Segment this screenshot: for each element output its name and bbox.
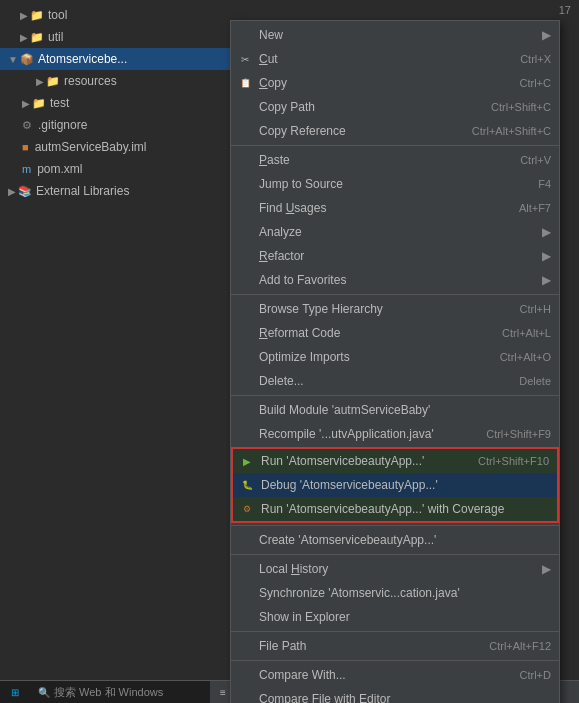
libraries-icon: 📚	[18, 185, 32, 198]
cut-shortcut: Ctrl+X	[520, 53, 551, 65]
tree-item-label: Atomservicebe...	[38, 52, 127, 66]
menu-item-coverage[interactable]: ⚙ Run 'AtomservicebeautyApp...' with Cov…	[233, 497, 557, 521]
menu-item-optimize[interactable]: Optimize Imports Ctrl+Alt+O	[231, 345, 559, 369]
tree-item-iml[interactable]: ■ autmServiceBaby.iml	[0, 136, 240, 158]
expand-arrow: ▶	[20, 32, 28, 43]
menu-item-local-history-label: Local History	[259, 562, 538, 576]
separator	[231, 631, 559, 632]
menu-item-add-favorites[interactable]: Add to Favorites ▶	[231, 268, 559, 292]
menu-item-show-explorer[interactable]: Show in Explorer	[231, 605, 559, 629]
menu-item-compare-editor[interactable]: Compare File with Editor	[231, 687, 559, 703]
menu-item-filepath-label: File Path	[259, 639, 473, 653]
tree-item-label: autmServiceBaby.iml	[35, 140, 147, 154]
menu-item-paste-label: Paste	[259, 153, 504, 167]
run-icon: ▶	[239, 453, 255, 469]
menu-item-file-path[interactable]: File Path Ctrl+Alt+F12	[231, 634, 559, 658]
menu-item-create-label: Create 'AtomservicebeautyApp...'	[259, 533, 551, 547]
menu-item-debug-label: Debug 'AtomservicebeautyApp...'	[261, 478, 549, 492]
coverage-icon: ⚙	[239, 501, 255, 517]
optimize-shortcut: Ctrl+Alt+O	[500, 351, 551, 363]
menu-item-refactor-label: Refactor	[259, 249, 538, 263]
menu-item-cut-label: Cut	[259, 52, 504, 66]
menu-item-find-usages[interactable]: Find Usages Alt+F7	[231, 196, 559, 220]
cut-icon: ✂	[237, 51, 253, 67]
copy-shortcut: Ctrl+C	[520, 77, 551, 89]
menu-item-delete-label: Delete...	[259, 374, 503, 388]
menu-item-refactor[interactable]: Refactor ▶	[231, 244, 559, 268]
separator	[231, 660, 559, 661]
menu-item-explorer-label: Show in Explorer	[259, 610, 551, 624]
menu-item-compare-with[interactable]: Compare With... Ctrl+D	[231, 663, 559, 687]
tree-item-resources[interactable]: ▶ 📁 resources	[0, 70, 240, 92]
menu-item-copy-label: Copy	[259, 76, 504, 90]
menu-item-synchronize[interactable]: Synchronize 'Atomservic...cation.java'	[231, 581, 559, 605]
separator	[231, 525, 559, 526]
menu-item-browse-type[interactable]: Browse Type Hierarchy Ctrl+H	[231, 297, 559, 321]
delete-shortcut: Delete	[519, 375, 551, 387]
menu-item-new[interactable]: New ▶	[231, 23, 559, 47]
menu-item-cut[interactable]: ✂ Cut Ctrl+X	[231, 47, 559, 71]
menu-item-run[interactable]: ▶ Run 'AtomservicebeautyApp...' Ctrl+Shi…	[233, 449, 557, 473]
menu-item-jump-label: Jump to Source	[259, 177, 522, 191]
expand-arrow: ▼	[8, 54, 18, 65]
menu-item-copy-path-label: Copy Path	[259, 100, 475, 114]
debug-icon: 🐛	[239, 477, 255, 493]
menu-item-reformat-label: Reformat Code	[259, 326, 486, 340]
menu-item-browse-label: Browse Type Hierarchy	[259, 302, 504, 316]
page-number: 17	[559, 4, 571, 16]
file-tree: ▶ 📁 tool ▶ 📁 util ▼ 📦 Atomservicebe... ▶…	[0, 0, 240, 680]
menu-item-local-history[interactable]: Local History ▶	[231, 557, 559, 581]
copy-path-shortcut: Ctrl+Shift+C	[491, 101, 551, 113]
search-bar[interactable]: 🔍 搜索 Web 和 Windows	[30, 681, 210, 703]
jump-shortcut: F4	[538, 178, 551, 190]
tree-item-atomservicebe[interactable]: ▼ 📦 Atomservicebe...	[0, 48, 240, 70]
menu-item-copy-reference-label: Copy Reference	[259, 124, 456, 138]
folder-icon: 📁	[32, 97, 46, 110]
menu-item-copy-reference[interactable]: Copy Reference Ctrl+Alt+Shift+C	[231, 119, 559, 143]
tree-item-test[interactable]: ▶ 📁 test	[0, 92, 240, 114]
menu-item-create[interactable]: Create 'AtomservicebeautyApp...'	[231, 528, 559, 552]
menu-item-build-module[interactable]: Build Module 'autmServiceBaby'	[231, 398, 559, 422]
menu-item-analyze[interactable]: Analyze ▶	[231, 220, 559, 244]
folder-icon: 📁	[46, 75, 60, 88]
menu-item-build-label: Build Module 'autmServiceBaby'	[259, 403, 551, 417]
menu-item-sync-label: Synchronize 'Atomservic...cation.java'	[259, 586, 551, 600]
windows-start[interactable]: ⊞	[0, 681, 30, 704]
submenu-arrow: ▶	[542, 562, 551, 576]
menu-item-analyze-label: Analyze	[259, 225, 538, 239]
tree-item-pom[interactable]: m pom.xml	[0, 158, 240, 180]
menu-item-copy-path[interactable]: Copy Path Ctrl+Shift+C	[231, 95, 559, 119]
menu-item-run-label: Run 'AtomservicebeautyApp...'	[261, 454, 462, 468]
tree-item-gitignore[interactable]: ⚙ .gitignore	[0, 114, 240, 136]
tree-item-external-libraries[interactable]: ▶ 📚 External Libraries	[0, 180, 240, 202]
copy-reference-shortcut: Ctrl+Alt+Shift+C	[472, 125, 551, 137]
todo-icon: ≡	[220, 687, 226, 698]
context-menu: New ▶ ✂ Cut Ctrl+X 📋 Copy Ctrl+C Copy Pa…	[230, 20, 560, 703]
tree-item-label: .gitignore	[38, 118, 87, 132]
menu-item-reformat[interactable]: Reformat Code Ctrl+Alt+L	[231, 321, 559, 345]
menu-item-find-label: Find Usages	[259, 201, 503, 215]
tree-item-tool[interactable]: ▶ 📁 tool	[0, 4, 240, 26]
compare-shortcut: Ctrl+D	[520, 669, 551, 681]
submenu-arrow: ▶	[542, 28, 551, 42]
menu-item-compare-editor-label: Compare File with Editor	[259, 692, 551, 703]
menu-item-delete[interactable]: Delete... Delete	[231, 369, 559, 393]
menu-item-recompile-label: Recompile '...utvApplication.java'	[259, 427, 470, 441]
expand-arrow: ▶	[8, 186, 16, 197]
reformat-shortcut: Ctrl+Alt+L	[502, 327, 551, 339]
submenu-arrow: ▶	[542, 249, 551, 263]
menu-item-favorites-label: Add to Favorites	[259, 273, 538, 287]
submenu-arrow: ▶	[542, 273, 551, 287]
menu-item-jump-to-source[interactable]: Jump to Source F4	[231, 172, 559, 196]
folder-icon: 📁	[30, 9, 44, 22]
menu-item-copy[interactable]: 📋 Copy Ctrl+C	[231, 71, 559, 95]
tree-item-label: tool	[48, 8, 67, 22]
expand-arrow: ▶	[36, 76, 44, 87]
xml-icon: m	[22, 163, 31, 175]
run-shortcut: Ctrl+Shift+F10	[478, 455, 549, 467]
module-icon: 📦	[20, 53, 34, 66]
tree-item-util[interactable]: ▶ 📁 util	[0, 26, 240, 48]
menu-item-recompile[interactable]: Recompile '...utvApplication.java' Ctrl+…	[231, 422, 559, 446]
menu-item-debug[interactable]: 🐛 Debug 'AtomservicebeautyApp...'	[233, 473, 557, 497]
menu-item-paste[interactable]: Paste Ctrl+V	[231, 148, 559, 172]
